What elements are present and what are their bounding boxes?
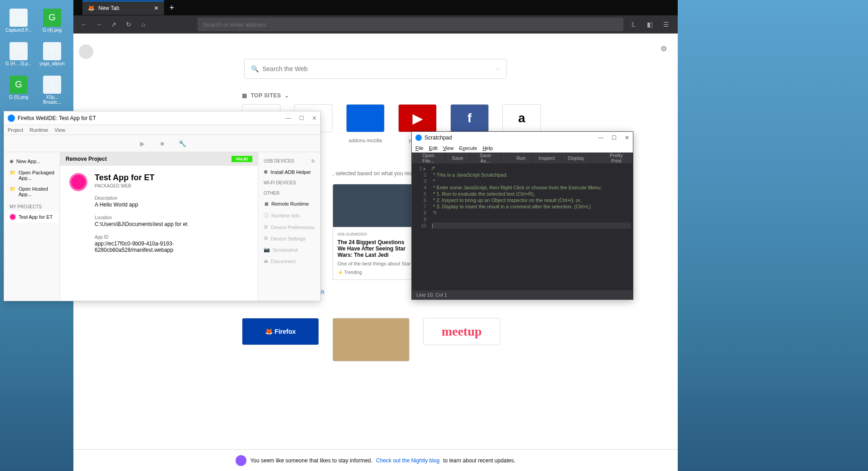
app-icon: [69, 173, 87, 191]
search-icon: 🔍: [251, 65, 259, 72]
menu-view[interactable]: View: [54, 127, 65, 133]
app-location: C:\Users\BJ\Documents\test app for et: [95, 221, 249, 227]
maximize-button[interactable]: ☐: [299, 115, 304, 121]
tile-thumbnail: f: [450, 104, 489, 132]
menu-view[interactable]: View: [443, 145, 454, 151]
reload-button[interactable]: ↻: [122, 17, 135, 32]
menu-project[interactable]: Project: [8, 127, 23, 133]
project-item[interactable]: Test App for ET: [6, 211, 58, 223]
app-name: Test App for ET: [95, 173, 249, 183]
firefox-dev-tile[interactable]: 🦊 Firefox: [242, 318, 319, 345]
menu-execute[interactable]: Execute: [459, 145, 477, 151]
code-area[interactable]: /* * This is a JavaScript Scratchpad. * …: [430, 163, 633, 290]
install-adb-item[interactable]: ⊕ Install ADB Helper: [262, 166, 317, 178]
minimize-button[interactable]: —: [285, 115, 291, 121]
wrench-button[interactable]: 🔧: [177, 138, 188, 149]
tile-thumbnail: a: [502, 104, 541, 132]
my-projects-header: MY PROJECTS: [6, 200, 58, 211]
webide-detail: Remove Project VALID Test App for ET PAC…: [60, 152, 258, 301]
close-button[interactable]: ✕: [312, 115, 317, 121]
play-button[interactable]: ▶: [137, 138, 148, 149]
webide-menubar: Project Runtime View: [4, 125, 320, 135]
back-button[interactable]: ←: [78, 17, 90, 32]
scratchpad-editor[interactable]: 1 ▸ 2 3 4 5 6 7 8 9 10 /* * This is a Ja…: [412, 163, 633, 290]
file-icon: G: [10, 76, 28, 94]
file-icon: ▫: [10, 9, 28, 27]
chevron-down-icon: ⌄: [285, 92, 289, 99]
tile-thumbnail: ▶: [398, 104, 437, 132]
close-button[interactable]: ✕: [625, 135, 629, 141]
open-packaged-action[interactable]: 📁 Open Packaged App...: [6, 167, 58, 183]
nightly-blog-link[interactable]: Check out the Nightly blog: [376, 457, 439, 464]
minimize-button[interactable]: —: [598, 135, 603, 141]
card-source: IO9.GIZMODO: [338, 232, 414, 236]
menu-help[interactable]: Help: [482, 145, 493, 151]
remove-project-button[interactable]: Remove Project: [66, 156, 107, 162]
remote-runtime-item[interactable]: 🖥 Remote Runtime: [262, 198, 317, 209]
menu-file[interactable]: File: [415, 145, 424, 151]
library-button[interactable]: 𝕃: [626, 17, 641, 32]
new-app-action[interactable]: ⊕ New App...: [6, 156, 58, 167]
line-gutter: 1 ▸ 2 3 4 5 6 7 8 9 10: [412, 163, 430, 290]
file-icon: ▫: [43, 42, 61, 60]
webide-sidebar: ⊕ New App... 📁 Open Packaged App... 📁 Op…: [4, 152, 60, 301]
project-icon: [10, 214, 16, 220]
go-arrow-icon[interactable]: →: [494, 65, 500, 72]
forward-button[interactable]: →: [93, 17, 105, 32]
desktop-icon[interactable]: GG (4).png: [36, 5, 68, 36]
grid-icon: ▦: [242, 92, 247, 99]
refresh-icon[interactable]: ↻: [311, 159, 315, 163]
desktop-icon[interactable]: ▫yoga_alljson: [36, 38, 68, 70]
open-file-button[interactable]: Open File...: [412, 153, 445, 163]
pretty-print-button[interactable]: Pretty Print: [600, 153, 633, 163]
tab-close-icon[interactable]: ✕: [154, 5, 159, 11]
tile-thumbnail: [346, 104, 385, 132]
scratchpad-menubar: File Edit View Execute Help: [412, 144, 633, 153]
maximize-button[interactable]: ☐: [612, 135, 617, 141]
firefox-icon: 🦊: [88, 5, 95, 11]
gear-icon[interactable]: ⚙: [661, 44, 667, 53]
open-hosted-action[interactable]: 📁 Open Hosted App...: [6, 183, 58, 200]
scratchpad-titlebar: Scratchpad — ☐ ✕: [412, 132, 633, 144]
desktop-icon[interactable]: ▫Capture3.P...: [3, 5, 34, 36]
home-button[interactable]: ⌂: [137, 17, 149, 32]
app-type: PACKAGED WEB: [95, 183, 249, 188]
meetup-tile[interactable]: meetup: [423, 318, 500, 345]
run-button[interactable]: Run: [510, 153, 532, 163]
stop-button[interactable]: ■: [157, 138, 168, 149]
save-button[interactable]: Save: [445, 153, 470, 163]
app-description: A Hello World app: [95, 202, 249, 208]
nightly-banner: You seem like someone that likes to stay…: [73, 449, 678, 471]
tab-new-tab[interactable]: 🦊 New Tab ✕: [82, 0, 164, 15]
inspect-button[interactable]: Inspect: [532, 153, 561, 163]
top-sites-header[interactable]: ▦ TOP SITES ⌄: [242, 92, 678, 99]
search-box[interactable]: 🔍 →: [244, 59, 507, 79]
pocket-card[interactable]: IO9.GIZMODO The 24 Biggest Questions We …: [333, 184, 419, 280]
desktop-icon[interactable]: ▫XSp... Broadc...: [36, 74, 68, 106]
scratchpad-window: Scratchpad — ☐ ✕ File Edit View Execute …: [411, 131, 633, 300]
webide-titlebar: Firefox WebIDE: Test App for ET — ☐ ✕: [4, 111, 320, 125]
search-input[interactable]: [262, 65, 494, 72]
card-desc: One of the best things about Star: [338, 261, 414, 266]
card-title: The 24 Biggest Questions We Have After S…: [338, 239, 414, 258]
new-tab-button[interactable]: +: [169, 3, 174, 13]
device-prefs-item: ⚙ Device Preferences: [262, 221, 317, 233]
desktop-icon[interactable]: GG (5).png: [3, 72, 34, 103]
top-site-tile[interactable]: addons.mozilla: [346, 104, 385, 143]
url-bar[interactable]: [198, 18, 623, 31]
device-settings-item: ⚙ Device Settings: [262, 233, 317, 244]
dev-button[interactable]: ↗: [108, 17, 120, 32]
pocket-card-image[interactable]: [333, 318, 410, 361]
menu-runtime[interactable]: Runtime: [29, 127, 48, 133]
menu-button[interactable]: ☰: [659, 17, 673, 32]
display-button[interactable]: Display: [562, 153, 591, 163]
menu-edit[interactable]: Edit: [429, 145, 438, 151]
card-image: [333, 184, 419, 227]
desktop-icon[interactable]: ▫G (H... 3).p...: [3, 38, 34, 70]
scratchpad-icon: [415, 135, 422, 141]
file-icon: ▫: [43, 76, 61, 94]
save-as-button[interactable]: Save As...: [470, 153, 501, 163]
webide-app-icon: [8, 115, 15, 122]
sidebar-button[interactable]: ◧: [642, 17, 657, 32]
webide-title: Firefox WebIDE: Test App for ET: [18, 115, 96, 121]
